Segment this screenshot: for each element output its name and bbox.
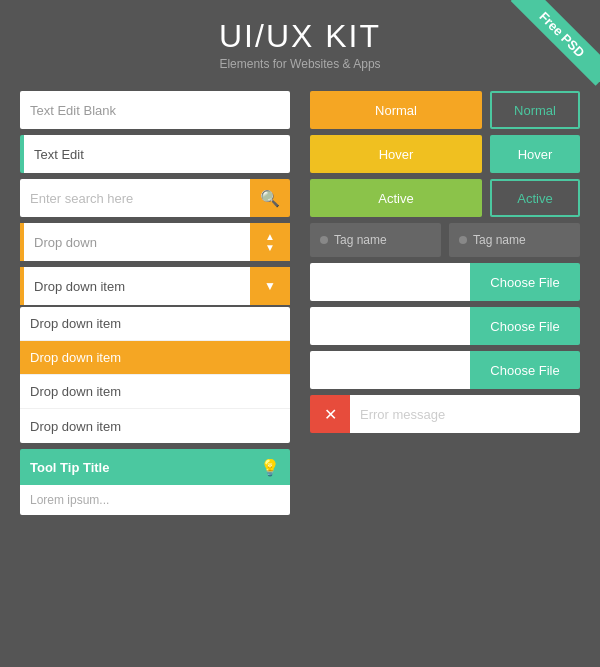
tag-dot-icon	[320, 236, 328, 244]
tag-row: Tag name Tag name	[310, 223, 580, 257]
dropdown-triangle-input[interactable]: Drop down item	[20, 267, 250, 305]
list-item[interactable]: Drop down item	[20, 375, 290, 409]
tooltip-title: Tool Tip Title	[30, 460, 109, 475]
tooltip-header: Tool Tip Title 💡	[20, 449, 290, 485]
file-input-3[interactable]	[310, 351, 470, 389]
dropdown-triangle: Drop down item ▼	[20, 267, 290, 305]
dropdown-arrows-button[interactable]: ▲ ▼	[250, 223, 290, 261]
file-input-2[interactable]	[310, 307, 470, 345]
button-active-green[interactable]: Active	[310, 179, 482, 217]
file-input-1[interactable]	[310, 263, 470, 301]
text-edit-blank[interactable]: Text Edit Blank	[20, 91, 290, 129]
tooltip-body: Lorem ipsum...	[20, 485, 290, 515]
main-content: Text Edit Blank Text Edit Enter search h…	[0, 91, 600, 515]
tag-dot-icon-2	[459, 236, 467, 244]
corner-ribbon-text: Free PSD	[511, 0, 600, 86]
error-message-field[interactable]: Error message	[350, 395, 580, 433]
button-group-hover: Hover Hover	[310, 135, 580, 173]
button-group-active: Active Active	[310, 179, 580, 217]
button-hover-yellow[interactable]: Hover	[310, 135, 482, 173]
x-icon: ✕	[324, 405, 337, 424]
corner-ribbon: Free PSD	[500, 0, 600, 100]
dropdown-arrows-input[interactable]: Drop down	[20, 223, 250, 261]
right-column: Normal Normal Hover Hover Active Active	[310, 91, 580, 515]
choose-file-button-2[interactable]: Choose File	[470, 307, 580, 345]
search-icon: 🔍	[260, 189, 280, 208]
left-column: Text Edit Blank Text Edit Enter search h…	[20, 91, 290, 515]
arrow-down-icon: ▼	[265, 242, 275, 253]
text-edit-filled[interactable]: Text Edit	[20, 135, 290, 173]
tag-item-1[interactable]: Tag name	[310, 223, 441, 257]
dropdown-arrows: Drop down ▲ ▼	[20, 223, 290, 261]
arrow-up-icon: ▲	[265, 231, 275, 242]
file-row-1: Choose File	[310, 263, 580, 301]
file-row-2: Choose File	[310, 307, 580, 345]
list-item[interactable]: Drop down item	[20, 409, 290, 443]
error-icon: ✕	[310, 395, 350, 433]
search-button[interactable]: 🔍	[250, 179, 290, 217]
choose-file-button-1[interactable]: Choose File	[470, 263, 580, 301]
search-wrapper: Enter search here 🔍	[20, 179, 290, 217]
list-item[interactable]: Drop down item	[20, 307, 290, 341]
error-row: ✕ Error message	[310, 395, 580, 433]
bulb-icon: 💡	[260, 458, 280, 477]
search-input[interactable]: Enter search here	[20, 179, 250, 217]
tooltip-box: Tool Tip Title 💡 Lorem ipsum...	[20, 449, 290, 515]
dropdown-triangle-button[interactable]: ▼	[250, 267, 290, 305]
dropdown-list: Drop down item Drop down item Drop down …	[20, 307, 290, 443]
choose-file-button-3[interactable]: Choose File	[470, 351, 580, 389]
list-item-selected[interactable]: Drop down item	[20, 341, 290, 375]
button-normal-orange[interactable]: Normal	[310, 91, 482, 129]
triangle-down-icon: ▼	[264, 279, 276, 293]
button-hover-teal[interactable]: Hover	[490, 135, 580, 173]
button-active-outline[interactable]: Active	[490, 179, 580, 217]
tag-item-2[interactable]: Tag name	[449, 223, 580, 257]
file-row-3: Choose File	[310, 351, 580, 389]
